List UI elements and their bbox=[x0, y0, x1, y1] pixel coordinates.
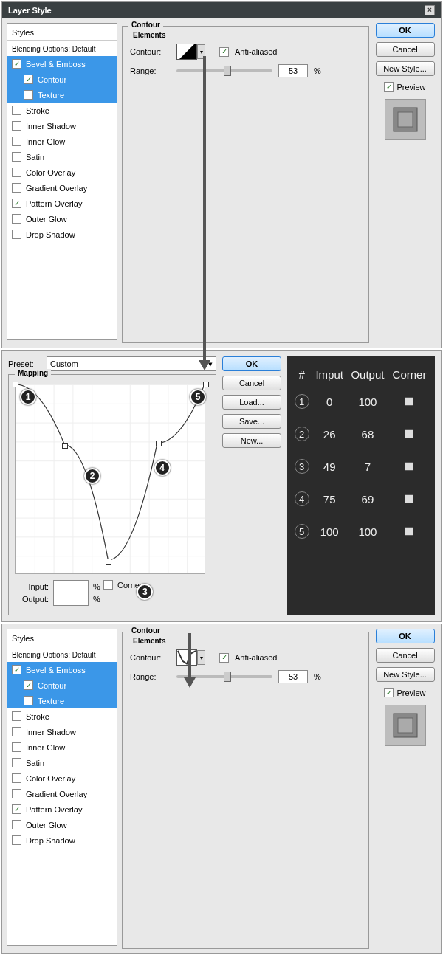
style-checkbox[interactable]: ✓ bbox=[12, 665, 21, 674]
editor-cancel-button[interactable]: Cancel bbox=[222, 376, 281, 390]
cell-corner[interactable] bbox=[405, 462, 413, 471]
style-item-satin[interactable]: Satin bbox=[7, 755, 117, 770]
new-style-button-b[interactable]: New Style... bbox=[376, 667, 435, 682]
preset-select[interactable]: Custom ▾ bbox=[47, 356, 216, 371]
style-item-pattern-overlay[interactable]: ✓Pattern Overlay bbox=[7, 801, 117, 817]
style-checkbox[interactable] bbox=[12, 214, 21, 224]
contour-picker-top[interactable]: ▾ bbox=[176, 44, 197, 60]
style-item-contour[interactable]: ✓Contour bbox=[7, 72, 117, 87]
style-checkbox[interactable] bbox=[12, 168, 21, 177]
style-item-bevel-emboss[interactable]: ✓Bevel & Emboss bbox=[7, 662, 117, 677]
style-item-bevel-emboss[interactable]: ✓Bevel & Emboss bbox=[7, 56, 117, 72]
range-slider[interactable] bbox=[176, 69, 272, 72]
cell-corner[interactable] bbox=[405, 527, 413, 536]
style-checkbox[interactable] bbox=[12, 789, 21, 798]
style-item-stroke[interactable]: Stroke bbox=[7, 708, 117, 724]
style-checkbox[interactable]: ✓ bbox=[24, 680, 33, 690]
style-checkbox[interactable] bbox=[12, 711, 21, 721]
ok-button[interactable]: OK bbox=[376, 23, 435, 38]
style-checkbox[interactable] bbox=[12, 758, 21, 767]
arrow-down-2 bbox=[188, 633, 191, 679]
style-checkbox[interactable]: ✓ bbox=[12, 59, 21, 69]
new-style-button[interactable]: New Style... bbox=[376, 61, 435, 76]
arrow-down-1 bbox=[203, 56, 206, 362]
curve-node[interactable] bbox=[156, 441, 162, 446]
blending-options-label-b[interactable]: Blending Options: Default bbox=[7, 646, 117, 662]
antialias-checkbox[interactable]: ✓ bbox=[219, 47, 229, 57]
style-item-pattern-overlay[interactable]: ✓Pattern Overlay bbox=[7, 196, 117, 211]
range-value[interactable]: 53 bbox=[278, 64, 308, 77]
style-item-inner-shadow[interactable]: Inner Shadow bbox=[7, 724, 117, 739]
style-checkbox[interactable] bbox=[12, 820, 21, 829]
style-item-color-overlay[interactable]: Color Overlay bbox=[7, 770, 117, 786]
style-item-stroke[interactable]: Stroke bbox=[7, 103, 117, 118]
style-label: Inner Shadow bbox=[26, 122, 76, 131]
chevron-down-icon[interactable]: ▾ bbox=[197, 650, 205, 665]
style-checkbox[interactable] bbox=[12, 835, 21, 845]
style-item-contour[interactable]: ✓Contour bbox=[7, 677, 117, 693]
style-checkbox[interactable] bbox=[12, 137, 21, 146]
style-item-inner-glow[interactable]: Inner Glow bbox=[7, 134, 117, 149]
output-field[interactable] bbox=[53, 593, 89, 606]
style-checkbox[interactable] bbox=[12, 106, 21, 115]
style-item-inner-glow[interactable]: Inner Glow bbox=[7, 739, 117, 755]
antialias-checkbox-b[interactable]: ✓ bbox=[219, 653, 229, 663]
preview-checkbox-b[interactable]: ✓ bbox=[384, 688, 394, 697]
style-item-outer-glow[interactable]: Outer Glow bbox=[7, 817, 117, 832]
style-label: Drop Shadow bbox=[26, 230, 75, 239]
style-item-gradient-overlay[interactable]: Gradient Overlay bbox=[7, 786, 117, 801]
style-label: Inner Shadow bbox=[26, 728, 76, 736]
contour-legend-b: Contour bbox=[128, 627, 163, 635]
corner-checkbox[interactable] bbox=[103, 580, 113, 590]
input-field[interactable] bbox=[53, 580, 89, 593]
style-checkbox[interactable] bbox=[12, 742, 21, 752]
table-row: 1 0 100 bbox=[292, 385, 430, 418]
style-checkbox[interactable] bbox=[12, 727, 21, 736]
output-label: Output: bbox=[15, 595, 49, 604]
style-item-texture[interactable]: Texture bbox=[7, 693, 117, 708]
blending-options-label[interactable]: Blending Options: Default bbox=[7, 41, 117, 56]
curve-node[interactable] bbox=[62, 443, 68, 449]
styles-list-b: Styles Blending Options: Default ✓Bevel … bbox=[7, 629, 117, 946]
style-item-satin[interactable]: Satin bbox=[7, 149, 117, 165]
style-label: Color Overlay bbox=[26, 168, 75, 177]
style-checkbox[interactable] bbox=[12, 121, 21, 131]
style-checkbox[interactable] bbox=[12, 152, 21, 162]
editor-ok-button[interactable]: OK bbox=[222, 356, 281, 371]
style-item-texture[interactable]: Texture bbox=[7, 87, 117, 103]
editor-save-button[interactable]: Save... bbox=[222, 414, 281, 429]
curve-node[interactable] bbox=[203, 382, 209, 387]
style-checkbox[interactable] bbox=[12, 773, 21, 783]
preview-checkbox[interactable]: ✓ bbox=[384, 82, 394, 92]
editor-load-button[interactable]: Load... bbox=[222, 395, 281, 410]
style-item-color-overlay[interactable]: Color Overlay bbox=[7, 165, 117, 180]
contour-picker-bottom[interactable]: ▾ bbox=[176, 649, 197, 666]
editor-new-button[interactable]: New... bbox=[222, 433, 281, 448]
curve-node[interactable] bbox=[13, 382, 18, 387]
style-checkbox[interactable] bbox=[12, 230, 21, 239]
cell-corner[interactable] bbox=[405, 397, 413, 406]
curve-node[interactable] bbox=[106, 559, 111, 565]
cancel-button[interactable]: Cancel bbox=[376, 42, 435, 57]
table-row: 4 75 69 bbox=[292, 483, 430, 515]
contour-graph[interactable]: 12345 bbox=[15, 384, 205, 574]
range-value-b[interactable]: 53 bbox=[278, 670, 308, 683]
cell-corner[interactable] bbox=[405, 494, 413, 503]
style-item-outer-glow[interactable]: Outer Glow bbox=[7, 211, 117, 227]
cell-corner[interactable] bbox=[405, 429, 413, 438]
style-checkbox[interactable] bbox=[24, 90, 33, 100]
elements-label: Elements bbox=[133, 31, 361, 39]
style-checkbox[interactable] bbox=[24, 696, 33, 705]
style-checkbox[interactable]: ✓ bbox=[24, 75, 33, 84]
style-item-drop-shadow[interactable]: Drop Shadow bbox=[7, 227, 117, 242]
cancel-button-b[interactable]: Cancel bbox=[376, 648, 435, 663]
close-icon[interactable]: × bbox=[425, 5, 435, 15]
style-checkbox[interactable]: ✓ bbox=[12, 199, 21, 208]
style-item-gradient-overlay[interactable]: Gradient Overlay bbox=[7, 180, 117, 196]
style-checkbox[interactable]: ✓ bbox=[12, 804, 21, 814]
ok-button-b[interactable]: OK bbox=[376, 629, 435, 643]
cell-input: 100 bbox=[312, 515, 346, 548]
style-item-drop-shadow[interactable]: Drop Shadow bbox=[7, 832, 117, 848]
style-checkbox[interactable] bbox=[12, 183, 21, 193]
style-item-inner-shadow[interactable]: Inner Shadow bbox=[7, 118, 117, 134]
